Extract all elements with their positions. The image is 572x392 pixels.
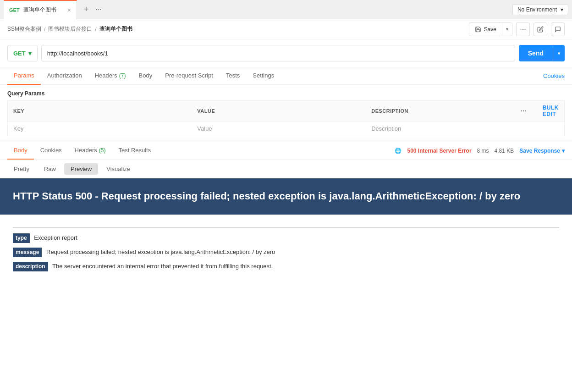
tab-bar: GET 查询单个图书 × + ··· No Environment ▾ <box>0 0 572 19</box>
close-icon[interactable]: × <box>67 6 71 14</box>
key-cell[interactable]: Key <box>8 121 192 136</box>
comment-icon <box>555 26 561 33</box>
tab-prerequest[interactable]: Pre-request Script <box>159 67 220 85</box>
resp-tab-test-results[interactable]: Test Results <box>112 142 157 160</box>
breadcrumb-sep-2: / <box>95 26 96 33</box>
tabs-more-button[interactable]: ··· <box>95 6 101 14</box>
response-section: Body Cookies Headers (5) Test Results 🌐 … <box>0 142 572 288</box>
tab-title: 查询单个图书 <box>23 6 64 14</box>
prev-tab-visualize[interactable]: Visualize <box>100 163 137 175</box>
send-dropdown-arrow[interactable]: ▾ <box>553 45 565 61</box>
save-button-main[interactable]: Save <box>469 23 502 36</box>
error-title: HTTP Status 500 - Request processing fai… <box>0 178 572 215</box>
environment-selector[interactable]: No Environment ▾ <box>512 4 568 15</box>
save-button[interactable]: Save ▾ <box>469 22 512 36</box>
preview-tabs: Pretty Raw Preview Visualize <box>0 160 572 178</box>
resp-headers-badge: (5) <box>99 147 106 154</box>
headers-count-badge: (7) <box>119 72 126 79</box>
response-tabs-bar: Body Cookies Headers (5) Test Results 🌐 … <box>0 142 572 160</box>
breadcrumb-actions: Save ▾ ··· <box>469 22 565 36</box>
tab-method: GET <box>9 7 20 13</box>
response-size: 4.81 KB <box>495 148 514 154</box>
params-table: KEY VALUE DESCRIPTION ··· Bulk Edit Key <box>7 100 565 136</box>
status-code: 500 Internal Server Error <box>407 148 471 154</box>
request-bar: GET ▾ Send ▾ <box>0 39 572 67</box>
env-label: No Environment <box>517 6 557 13</box>
method-label: GET <box>13 50 26 57</box>
request-tabs: Params Authorization Headers (7) Body Pr… <box>0 67 572 85</box>
prev-tab-pretty[interactable]: Pretty <box>7 163 36 175</box>
error-row-description: description The server encountered an in… <box>13 262 559 271</box>
send-button[interactable]: Send ▾ <box>519 45 565 61</box>
error-row-message: message Request processing failed; neste… <box>13 248 559 257</box>
breadcrumb-sep-1: / <box>44 26 45 33</box>
tab-tests[interactable]: Tests <box>220 67 246 85</box>
error-text-description: The server encountered an internal error… <box>52 263 273 270</box>
col-header-key: KEY <box>8 101 192 121</box>
query-params-section: Query Params KEY VALUE DESCRIPTION ··· B… <box>0 85 572 136</box>
value-cell[interactable]: Value <box>192 121 366 136</box>
breadcrumb-item-1[interactable]: SSM整合案例 <box>7 25 41 33</box>
chevron-down-icon: ▾ <box>561 6 563 13</box>
comment-button[interactable] <box>551 22 565 36</box>
breadcrumb-item-3: 查询单个图书 <box>99 25 132 33</box>
resp-tab-body[interactable]: Body <box>7 142 34 160</box>
error-label-type: type <box>13 233 30 243</box>
preview-content: HTTP Status 500 - Request processing fai… <box>0 178 572 288</box>
error-text-message: Request processing failed; nested except… <box>46 248 275 255</box>
save-icon <box>475 26 481 33</box>
table-row: Key Value Description <box>8 121 565 136</box>
error-body: type Exception report message Request pr… <box>0 215 572 284</box>
response-time: 8 ms <box>477 148 489 154</box>
active-tab[interactable]: GET 查询单个图书 × <box>4 0 77 19</box>
tab-params[interactable]: Params <box>7 67 41 85</box>
save-response-button[interactable]: Save Response ▾ <box>519 148 565 154</box>
row-bulk <box>537 121 565 136</box>
tab-headers[interactable]: Headers (7) <box>88 67 132 85</box>
error-text-type: Exception report <box>34 234 77 241</box>
method-selector[interactable]: GET ▾ <box>7 45 38 61</box>
tab-body[interactable]: Body <box>132 67 159 85</box>
col-header-actions: ··· <box>515 101 537 121</box>
error-divider <box>13 227 559 228</box>
table-more-icon[interactable]: ··· <box>521 107 527 115</box>
query-params-title: Query Params <box>7 90 565 97</box>
globe-icon: 🌐 <box>395 148 402 154</box>
breadcrumb-item-2[interactable]: 图书模块后台接口 <box>48 25 92 33</box>
error-label-description: description <box>13 262 48 271</box>
edit-icon <box>537 26 544 33</box>
error-label-message: message <box>13 248 42 257</box>
prev-tab-preview[interactable]: Preview <box>64 163 98 175</box>
resp-tab-headers[interactable]: Headers (5) <box>68 142 112 160</box>
more-options-button[interactable]: ··· <box>516 22 530 36</box>
col-header-value: VALUE <box>192 101 366 121</box>
send-button-label[interactable]: Send <box>519 45 553 61</box>
row-actions <box>515 121 537 136</box>
save-response-chevron: ▾ <box>562 148 565 154</box>
desc-cell[interactable]: Description <box>366 121 515 136</box>
add-tab-button[interactable]: + <box>79 2 94 17</box>
resp-tab-cookies[interactable]: Cookies <box>34 142 68 160</box>
tab-settings[interactable]: Settings <box>246 67 280 85</box>
method-chevron-icon: ▾ <box>28 50 32 57</box>
cookies-link[interactable]: Cookies <box>543 72 565 79</box>
save-dropdown-arrow[interactable]: ▾ <box>502 23 512 36</box>
response-status-bar: 🌐 500 Internal Server Error 8 ms 4.81 KB… <box>395 148 565 154</box>
error-row-type: type Exception report <box>13 233 559 243</box>
prev-tab-raw[interactable]: Raw <box>38 163 62 175</box>
tab-authorization[interactable]: Authorization <box>41 67 88 85</box>
col-header-bulk-edit: Bulk Edit <box>537 101 565 121</box>
edit-button[interactable] <box>534 22 547 36</box>
bulk-edit-button[interactable]: Bulk Edit <box>543 105 559 117</box>
breadcrumb: SSM整合案例 / 图书模块后台接口 / 查询单个图书 Save ▾ ··· <box>0 19 572 39</box>
url-input[interactable] <box>41 45 515 61</box>
col-header-description: DESCRIPTION <box>366 101 515 121</box>
save-label: Save <box>484 26 496 33</box>
